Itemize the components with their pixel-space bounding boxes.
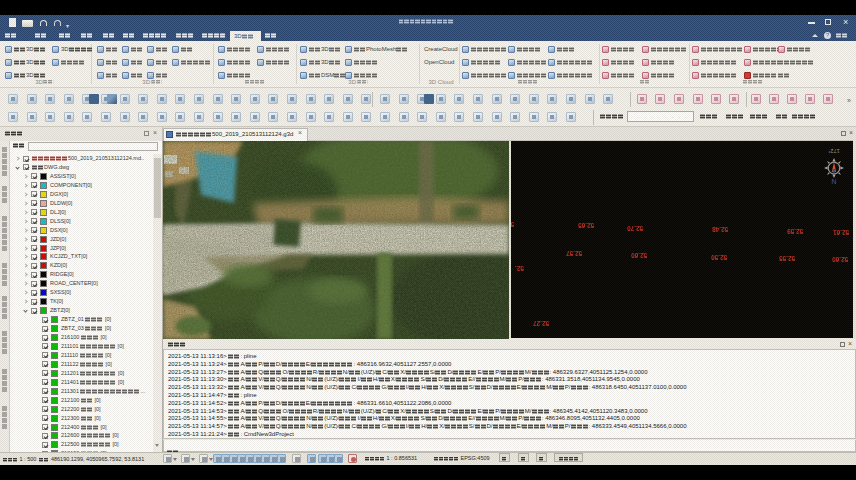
svg-text:N: N <box>831 178 836 185</box>
svg-text:172°: 172° <box>828 148 839 154</box>
